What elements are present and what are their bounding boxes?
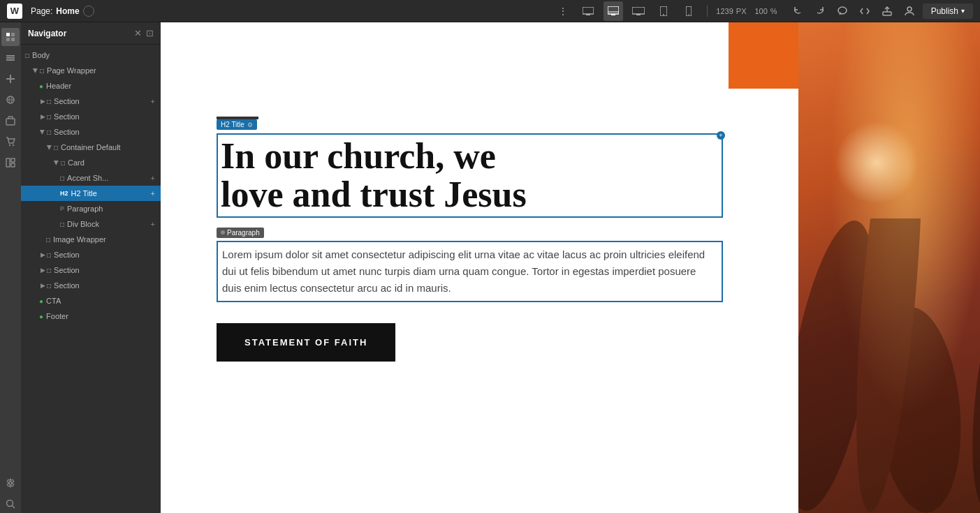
canvas-dimensions: 1239 PX 100 %	[716, 7, 777, 15]
h2-corner-handle[interactable]	[717, 131, 725, 140]
export-icon[interactable]	[878, 2, 896, 20]
cta-button[interactable]: STATEMENT OF FAITH	[217, 323, 395, 362]
mobile-icon[interactable]	[679, 1, 699, 21]
tree-item-section4[interactable]: ▶ □ Section	[21, 247, 161, 262]
navigator-header-icons: ✕ ⊡	[134, 28, 154, 38]
ecommerce-icon[interactable]	[1, 133, 20, 151]
components-icon[interactable]	[1, 154, 20, 172]
image-wrapper-box-icon: □	[46, 236, 50, 244]
div-block-add-icon[interactable]: +	[149, 220, 156, 228]
tree-item-body[interactable]: □ Body	[21, 47, 161, 63]
display-icon[interactable]	[604, 1, 623, 21]
section4-arrow: ▶	[39, 251, 46, 258]
container-box-icon: □	[54, 144, 58, 151]
navigator-panel: Navigator ✕ ⊡ □ Body ▶ □ Page Wrapper	[21, 22, 161, 513]
tree-item-section2[interactable]: ▶ □ Section	[21, 109, 161, 124]
h2-text-line1: In our church, we	[221, 136, 496, 176]
tree-item-page-wrapper[interactable]: ▶ □ Page Wrapper	[21, 63, 161, 78]
top-bar-actions: Publish ▾	[789, 2, 973, 20]
canvas-percent: %	[770, 7, 777, 15]
tree-item-section6[interactable]: ▶ □ Section	[21, 278, 161, 293]
desktop-icon[interactable]	[578, 1, 598, 21]
redo-icon[interactable]	[811, 2, 829, 20]
tablet-icon[interactable]	[654, 1, 673, 21]
wide-desktop-icon[interactable]	[629, 1, 648, 21]
orange-accent-rect	[729, 22, 798, 89]
section3-box-icon: □	[47, 128, 51, 136]
tree-item-section3[interactable]: ▶ □ Section	[21, 124, 161, 140]
code-icon[interactable]	[856, 2, 874, 20]
svg-point-40	[960, 245, 980, 513]
svg-point-34	[9, 482, 12, 484]
paragraph-element[interactable]: Paragraph Lorem ipsum dolor sit amet con…	[217, 225, 723, 302]
svg-rect-1	[586, 14, 590, 15]
h2-title-element[interactable]: H2 Title ⚙ In our church, we love and tr…	[217, 133, 723, 218]
tree-item-footer[interactable]: ● Footer	[21, 308, 161, 324]
p-icon: P	[60, 205, 64, 212]
tree-item-header[interactable]: ● Header	[21, 78, 161, 94]
search-icon[interactable]	[1, 495, 20, 513]
svg-point-30	[13, 144, 14, 146]
tree-item-section1[interactable]: ▶ □ Section +	[21, 94, 161, 109]
publish-button[interactable]: Publish ▾	[923, 3, 973, 19]
section5-arrow: ▶	[39, 267, 46, 274]
expand-navigator-icon[interactable]: ⊡	[146, 28, 154, 38]
settings-icon[interactable]	[1, 474, 20, 492]
tree-item-h2-title[interactable]: H2 H2 Title +	[21, 186, 161, 201]
header-green-icon: ●	[39, 82, 43, 90]
paragraph-text: Lorem ipsum dolor sit amet consectetur a…	[222, 246, 717, 297]
tree-item-card[interactable]: ▶ □ Card	[21, 155, 161, 170]
accent-box-icon: □	[60, 174, 64, 182]
svg-rect-5	[632, 7, 645, 14]
section1-box-icon: □	[47, 98, 51, 105]
tree-item-image-wrapper[interactable]: □ Image Wrapper	[21, 232, 161, 247]
close-navigator-icon[interactable]: ✕	[134, 28, 142, 38]
h2-gear-icon[interactable]: ⚙	[247, 121, 253, 128]
page-name: Home	[56, 6, 79, 16]
tree-item-paragraph[interactable]: P Paragraph	[21, 201, 161, 216]
left-icon-bar	[0, 22, 21, 513]
page-canvas: H2 Title ⚙ In our church, we love and tr…	[161, 22, 798, 513]
user-icon[interactable]	[900, 2, 919, 20]
h2-title-selected-box: In our church, we love and trust Jesus	[217, 133, 723, 218]
comments-icon[interactable]	[833, 2, 851, 20]
layers-icon[interactable]	[1, 49, 20, 67]
tree-item-section5[interactable]: ▶ □ Section	[21, 262, 161, 278]
top-bar: W Page: Home ⋮ 1239 PX 100 %	[0, 0, 980, 22]
section1-arrow: ▶	[39, 98, 46, 105]
h2-add-icon[interactable]: +	[149, 189, 156, 198]
canvas-zoom: 100	[755, 7, 768, 15]
tree-item-cta[interactable]: ● CTA	[21, 293, 161, 308]
undo-icon[interactable]	[789, 2, 807, 20]
section1-add-icon[interactable]: +	[149, 97, 156, 105]
tree-item-div-block[interactable]: □ Div Block +	[21, 216, 161, 232]
accent-add-icon[interactable]: +	[149, 174, 156, 182]
svg-point-35	[7, 500, 13, 507]
cms-icon[interactable]	[1, 91, 20, 109]
assets-icon[interactable]	[1, 112, 20, 130]
tree-item-container-default[interactable]: ▶ □ Container Default	[21, 140, 161, 155]
navigator-title: Navigator	[28, 29, 66, 38]
section2-box-icon: □	[47, 113, 51, 121]
footer-green-icon: ●	[39, 313, 43, 320]
navigator-tree: □ Body ▶ □ Page Wrapper ● Header ▶	[21, 45, 161, 513]
svg-rect-2	[608, 6, 619, 14]
publish-label: Publish	[931, 6, 958, 16]
svg-rect-4	[611, 14, 615, 15]
svg-rect-6	[636, 14, 641, 15]
navigator-toggle-icon[interactable]	[1, 28, 20, 46]
add-elements-icon[interactable]	[1, 70, 20, 88]
navigator-header: Navigator ✕ ⊡	[21, 22, 161, 45]
svg-rect-33	[11, 163, 15, 167]
white-content-block: H2 Title ⚙ In our church, we love and tr…	[161, 89, 751, 513]
card-arrow: ▶	[53, 159, 60, 166]
tree-item-accent-sh[interactable]: □ Accent Sh... +	[21, 170, 161, 186]
svg-rect-20	[6, 55, 15, 57]
svg-rect-21	[6, 57, 15, 59]
canvas-area: H2 Title ⚙ In our church, we love and tr…	[161, 22, 980, 513]
more-options-icon[interactable]: ⋮	[553, 1, 573, 21]
paragraph-selected-box: Lorem ipsum dolor sit amet consectetur a…	[217, 241, 723, 302]
h2-title-text: In our church, we love and trust Jesus	[221, 137, 719, 214]
container-arrow: ▶	[46, 144, 53, 151]
svg-rect-18	[6, 38, 10, 41]
